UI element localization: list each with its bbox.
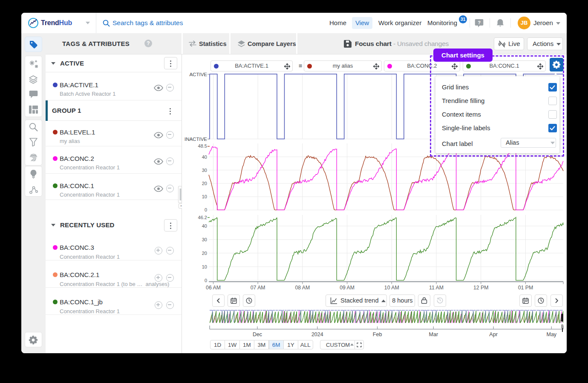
svg-text:?: ? — [478, 20, 481, 25]
svg-text:01 PM: 01 PM — [518, 285, 533, 291]
svg-text:20: 20 — [202, 251, 207, 256]
svg-text:0: 0 — [205, 207, 207, 212]
svg-text:Apr: Apr — [489, 332, 497, 337]
svg-text:0: 0 — [205, 278, 207, 283]
svg-text:May: May — [546, 332, 556, 337]
svg-text:Feb: Feb — [373, 332, 382, 337]
svg-text:40: 40 — [202, 223, 207, 229]
svg-text:INACTIVE: INACTIVE — [184, 137, 207, 142]
svg-text:08 AM: 08 AM — [295, 285, 310, 291]
svg-text:11 AM: 11 AM — [429, 285, 444, 291]
svg-text:Mar: Mar — [429, 332, 438, 337]
svg-text:12 PM: 12 PM — [473, 285, 489, 291]
svg-text:40: 40 — [202, 154, 207, 160]
svg-text:Dec: Dec — [253, 332, 262, 337]
svg-text:48.5: 48.5 — [198, 143, 207, 149]
svg-text:ACTIVE: ACTIVE — [189, 72, 207, 77]
svg-text:06 AM: 06 AM — [206, 285, 221, 291]
svg-text:10: 10 — [202, 194, 207, 199]
svg-text:46.2: 46.2 — [198, 215, 207, 220]
svg-text:09 AM: 09 AM — [340, 285, 355, 291]
svg-text:10 AM: 10 AM — [384, 285, 399, 291]
svg-text:07 AM: 07 AM — [251, 285, 265, 291]
svg-text:30: 30 — [202, 168, 207, 173]
svg-text:30: 30 — [202, 237, 207, 242]
svg-text:10: 10 — [202, 264, 207, 269]
svg-text:2024: 2024 — [311, 332, 323, 337]
svg-text:20: 20 — [202, 181, 207, 186]
